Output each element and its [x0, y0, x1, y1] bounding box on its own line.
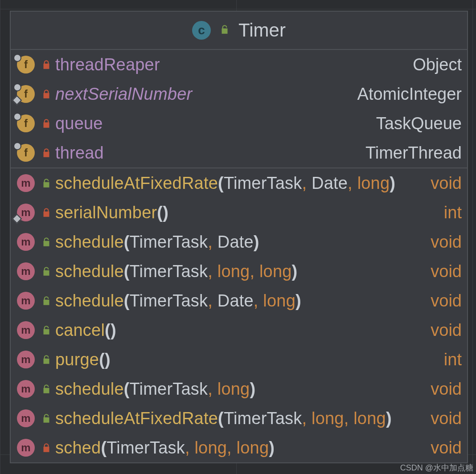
field-row[interactable]: f threadReaper Object: [11, 50, 467, 79]
field-row[interactable]: f thread TimerThread: [11, 138, 467, 168]
method-row[interactable]: m serialNumber() int: [11, 198, 467, 227]
open-paren: (: [218, 409, 224, 428]
close-paren: ): [111, 321, 116, 339]
comma: ,: [250, 262, 254, 281]
field-access-icon: [37, 118, 55, 129]
method-signature: scheduleAtFixedRate(TimerTask, Date, lon…: [55, 174, 395, 193]
method-row[interactable]: m sched(TimerTask, long, long) void: [11, 433, 467, 462]
method-signature: serialNumber(): [55, 203, 168, 222]
close-paren: ): [105, 350, 111, 369]
method-access-icon: [37, 324, 55, 336]
close-paren: ): [295, 291, 301, 310]
comma: ,: [227, 438, 232, 457]
param-type: long: [194, 438, 227, 457]
field-name: thread: [55, 143, 104, 163]
field-name: threadReaper: [55, 55, 160, 74]
comma: ,: [254, 291, 259, 310]
method-name: schedule: [55, 262, 124, 281]
method-name: schedule: [55, 233, 124, 251]
lock-icon: [41, 147, 52, 159]
method-badge: m: [17, 439, 35, 457]
field-type: TimerThread: [365, 143, 462, 163]
method-return-type: void: [431, 409, 462, 428]
param-type: long: [217, 380, 250, 398]
method-kind-icon: m: [14, 321, 37, 339]
method-return-type: void: [431, 291, 462, 311]
watermark-text: CSDN @水中加点糖: [400, 462, 473, 473]
method-badge: m: [17, 409, 35, 427]
lock-icon: [41, 442, 52, 454]
param-type: Date: [312, 174, 348, 192]
method-signature: scheduleAtFixedRate(TimerTask, long, lon…: [55, 409, 392, 428]
method-access-icon: [37, 354, 55, 365]
class-structure-panel: c Timer f threadReaper Object f next: [10, 11, 468, 463]
param-type: long: [312, 409, 344, 428]
field-name: nextSerialNumber: [55, 85, 192, 104]
close-paren: ): [269, 438, 275, 457]
open-paren: (: [124, 291, 130, 310]
class-title: Timer: [238, 20, 286, 41]
method-row[interactable]: m schedule(TimerTask, Date, long) void: [11, 286, 467, 315]
method-signature: sched(TimerTask, long, long): [55, 438, 275, 458]
method-name: scheduleAtFixedRate: [55, 409, 218, 428]
open-paren: (: [124, 233, 130, 251]
method-name: sched: [55, 438, 101, 457]
lock-icon: [41, 207, 52, 218]
method-row[interactable]: m scheduleAtFixedRate(TimerTask, long, l…: [11, 404, 467, 433]
open-paren: (: [124, 262, 130, 281]
param-type: TimerTask: [130, 291, 208, 310]
param-type: long: [353, 409, 386, 428]
comma: ,: [208, 262, 213, 281]
method-kind-icon: m: [14, 204, 37, 221]
method-access-icon: [37, 207, 55, 218]
method-row[interactable]: m schedule(TimerTask, long) void: [11, 374, 467, 404]
method-name: scheduleAtFixedRate: [55, 174, 218, 192]
open-paren: (: [101, 438, 107, 457]
pin-decorator-icon: [13, 54, 21, 62]
class-header[interactable]: c Timer: [11, 12, 467, 50]
method-row[interactable]: m schedule(TimerTask, Date) void: [11, 227, 467, 257]
pin-decorator-icon: [13, 83, 21, 91]
param-type: TimerTask: [130, 380, 208, 398]
method-access-icon: [37, 236, 55, 248]
close-paren: ): [163, 203, 168, 222]
method-kind-icon: m: [14, 233, 37, 251]
method-kind-icon: m: [14, 262, 37, 280]
unlock-icon: [41, 383, 52, 395]
method-row[interactable]: m scheduleAtFixedRate(TimerTask, Date, l…: [11, 168, 467, 198]
method-access-icon: [37, 295, 55, 306]
pin-decorator-icon: [13, 113, 21, 121]
method-kind-icon: m: [14, 439, 37, 457]
comma: ,: [348, 174, 353, 192]
comma: ,: [302, 409, 307, 428]
method-access-icon: [37, 266, 55, 277]
param-type: long: [217, 262, 250, 281]
method-badge: m: [17, 262, 35, 280]
method-row[interactable]: m schedule(TimerTask, long, long) void: [11, 257, 467, 286]
field-row[interactable]: f nextSerialNumber AtomicInteger: [11, 79, 467, 109]
param-type: long: [357, 174, 390, 192]
field-type: AtomicInteger: [357, 85, 462, 104]
param-type: TimerTask: [224, 409, 302, 428]
method-badge: m: [17, 380, 35, 398]
method-access-icon: [37, 442, 55, 454]
field-row[interactable]: f queue TaskQueue: [11, 109, 467, 138]
comma: ,: [302, 174, 307, 192]
method-row[interactable]: m purge() int: [11, 345, 467, 374]
method-row[interactable]: m cancel() void: [11, 315, 467, 345]
method-kind-icon: m: [14, 174, 37, 192]
method-access-icon: [37, 177, 55, 189]
unlock-icon: [41, 266, 52, 277]
param-type: long: [259, 262, 292, 281]
comma: ,: [208, 380, 213, 398]
lock-icon: [41, 118, 52, 129]
method-name: schedule: [55, 380, 124, 398]
method-return-type: void: [431, 380, 462, 399]
unlock-icon: [41, 177, 52, 189]
method-return-type: void: [431, 233, 462, 252]
method-signature: cancel(): [55, 321, 116, 340]
field-type: Object: [413, 55, 462, 74]
open-paren: (: [218, 174, 224, 192]
method-badge: m: [17, 233, 35, 251]
field-kind-icon: f: [14, 114, 37, 132]
